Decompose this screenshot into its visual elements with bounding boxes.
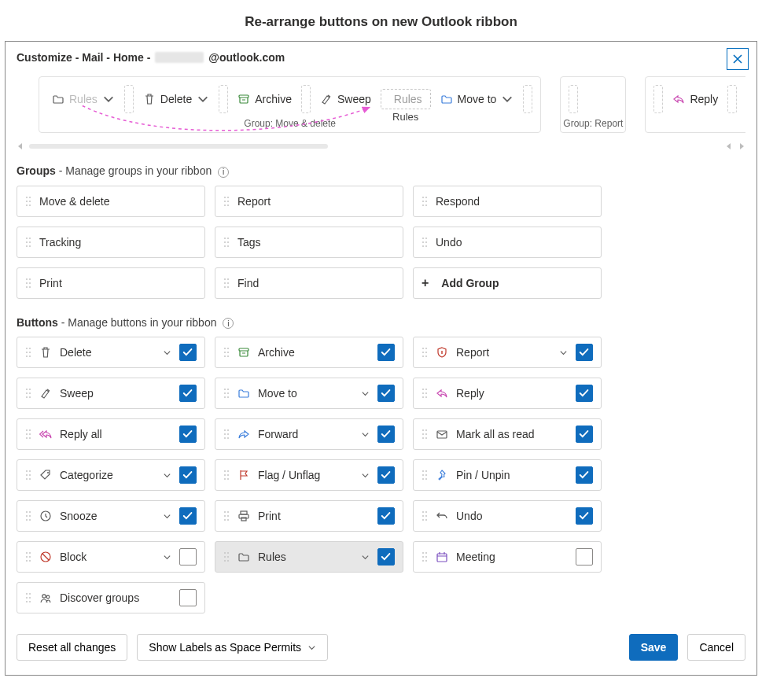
- drop-slot[interactable]: [301, 85, 311, 113]
- drop-slot[interactable]: [124, 85, 134, 113]
- grip-icon: [25, 388, 31, 399]
- visibility-checkbox[interactable]: [179, 426, 197, 443]
- folder-icon: [52, 93, 64, 105]
- preview-delete-label: Delete: [160, 93, 192, 105]
- button-card[interactable]: Sweep: [17, 378, 205, 409]
- grip-icon: [421, 237, 428, 248]
- visibility-checkbox[interactable]: [576, 466, 593, 484]
- visibility-checkbox[interactable]: [179, 344, 197, 361]
- visibility-checkbox[interactable]: [576, 344, 593, 361]
- cal-icon: [436, 551, 448, 563]
- button-card[interactable]: Archive: [215, 337, 403, 368]
- button-card[interactable]: Undo: [413, 500, 602, 532]
- button-card[interactable]: Rules: [215, 541, 403, 573]
- button-card[interactable]: Flag / Unflag: [215, 459, 403, 491]
- group-label: Move & delete: [39, 195, 110, 208]
- button-label: Meeting: [456, 551, 568, 563]
- reset-button[interactable]: Reset all changes: [17, 634, 127, 661]
- visibility-checkbox[interactable]: [179, 507, 197, 525]
- button-card[interactable]: Forward: [215, 418, 403, 450]
- button-card[interactable]: Move to: [215, 378, 403, 409]
- button-card[interactable]: Reply: [413, 378, 602, 409]
- groups-subtitle: - Manage groups in your ribbon: [56, 164, 212, 177]
- visibility-checkbox[interactable]: [576, 426, 593, 443]
- info-icon[interactable]: i: [223, 318, 234, 329]
- label-mode-dropdown[interactable]: Show Labels as Space Permits: [137, 634, 328, 661]
- preview-rules-drop-target[interactable]: Rules Rules: [381, 89, 431, 109]
- visibility-checkbox[interactable]: [179, 589, 197, 606]
- visibility-checkbox[interactable]: [377, 466, 395, 484]
- button-card[interactable]: Delete: [17, 337, 205, 368]
- visibility-checkbox[interactable]: [179, 466, 197, 484]
- button-label: Sweep: [60, 387, 171, 400]
- preview-reply[interactable]: Reply: [668, 90, 723, 109]
- preview-archive[interactable]: Archive: [233, 90, 296, 109]
- button-card[interactable]: Snooze: [17, 500, 205, 532]
- button-card[interactable]: Report: [413, 337, 602, 368]
- visibility-checkbox[interactable]: [576, 507, 593, 525]
- button-card[interactable]: Meeting: [413, 541, 602, 573]
- visibility-checkbox[interactable]: [377, 548, 395, 566]
- grip-icon: [223, 237, 230, 248]
- scroll-left-icon[interactable]: [17, 142, 24, 150]
- scroll-track[interactable]: [29, 144, 328, 149]
- visibility-checkbox[interactable]: [377, 426, 395, 443]
- grip-icon: [223, 278, 230, 289]
- button-card[interactable]: Block: [17, 541, 205, 573]
- add-group-button[interactable]: +Add Group: [413, 267, 602, 299]
- group-label: Find: [237, 277, 259, 289]
- preview-sweep[interactable]: Sweep: [315, 90, 376, 109]
- preview-rules-ghost[interactable]: Rules: [47, 90, 120, 109]
- button-card[interactable]: Print: [215, 500, 403, 532]
- check-icon: [182, 429, 193, 440]
- button-label: Pin / Unpin: [456, 469, 568, 481]
- visibility-checkbox[interactable]: [576, 548, 593, 566]
- preview-move-to[interactable]: Move to: [436, 90, 519, 109]
- block-icon: [39, 551, 52, 563]
- preview-scrollbar[interactable]: [17, 142, 745, 150]
- breadcrumb-suffix: @outlook.com: [208, 51, 285, 64]
- group-card[interactable]: Respond: [413, 186, 602, 217]
- grip-icon: [421, 388, 428, 399]
- button-card[interactable]: Categorize: [17, 459, 205, 491]
- visibility-checkbox[interactable]: [179, 548, 197, 566]
- group-card[interactable]: Report: [215, 186, 403, 217]
- check-icon: [381, 510, 392, 521]
- drop-slot[interactable]: [569, 85, 578, 113]
- preview-group-label: Group: Report: [561, 118, 625, 129]
- info-icon[interactable]: i: [218, 167, 229, 178]
- group-card[interactable]: Print: [17, 267, 205, 299]
- visibility-checkbox[interactable]: [377, 385, 395, 402]
- group-card[interactable]: Move & delete: [17, 186, 205, 217]
- group-card[interactable]: Find: [215, 267, 403, 299]
- button-card[interactable]: Reply all: [17, 418, 205, 450]
- button-card[interactable]: Pin / Unpin: [413, 459, 602, 491]
- close-button[interactable]: [727, 48, 749, 70]
- groups-title: Groups: [17, 164, 56, 177]
- scroll-right-icon[interactable]: [738, 142, 745, 150]
- group-card[interactable]: Tracking: [17, 227, 205, 258]
- scroll-left-icon[interactable]: [725, 142, 733, 150]
- buttons-heading: Buttons - Manage buttons in your ribbon …: [17, 316, 745, 330]
- drop-slot[interactable]: [219, 85, 228, 113]
- visibility-checkbox[interactable]: [576, 385, 593, 402]
- grip-icon: [421, 429, 428, 440]
- mail-icon: [436, 428, 448, 440]
- button-label: Flag / Unflag: [258, 469, 353, 481]
- save-button[interactable]: Save: [629, 634, 679, 661]
- group-card[interactable]: Tags: [215, 227, 403, 258]
- drop-slot[interactable]: [523, 85, 532, 113]
- drop-slot[interactable]: [727, 85, 737, 113]
- group-label: Report: [237, 195, 271, 208]
- visibility-checkbox[interactable]: [377, 507, 395, 525]
- visibility-checkbox[interactable]: [377, 344, 395, 361]
- check-icon: [182, 470, 193, 481]
- cancel-button[interactable]: Cancel: [687, 634, 745, 661]
- preview-delete[interactable]: Delete: [138, 90, 214, 109]
- visibility-checkbox[interactable]: [179, 385, 197, 402]
- preview-reply-all-partial[interactable]: R: [742, 90, 745, 109]
- drop-slot[interactable]: [653, 85, 663, 113]
- group-card[interactable]: Undo: [413, 227, 602, 258]
- button-card[interactable]: Mark all as read: [413, 418, 602, 450]
- button-card[interactable]: Discover groups: [17, 582, 205, 613]
